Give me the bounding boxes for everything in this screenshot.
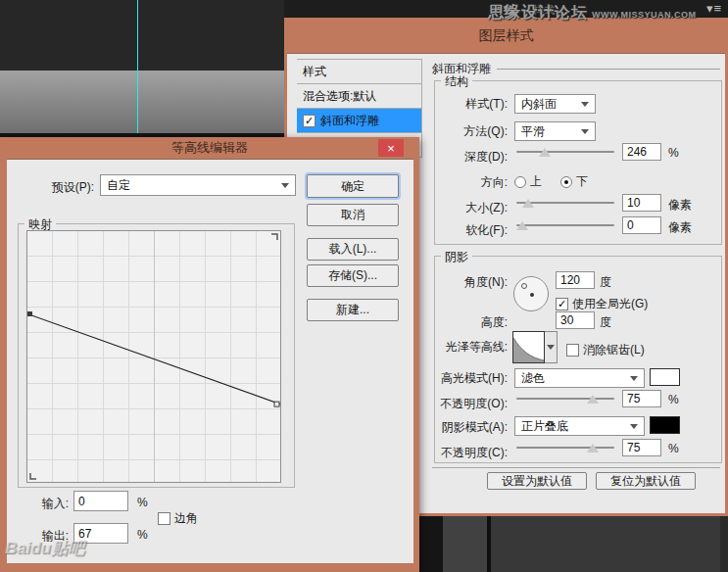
anti-alias-label: 消除锯齿(L) xyxy=(583,342,645,358)
bevel-emboss-checkbox[interactable]: ✓ xyxy=(303,115,315,127)
direction-down-radio[interactable]: 下 xyxy=(560,173,588,190)
checkbox-icon xyxy=(566,344,579,357)
chevron-down-icon xyxy=(630,424,638,429)
highlight-opacity-input[interactable] xyxy=(622,390,661,407)
document-canvas xyxy=(0,0,284,137)
shadow-opacity-unit: % xyxy=(668,442,679,455)
output-unit: % xyxy=(137,528,148,542)
ok-button[interactable]: 确定 xyxy=(307,174,399,198)
input-label: 输入: xyxy=(10,496,69,512)
global-light-checkbox[interactable]: ✓ 使用全局光(G) xyxy=(556,296,648,312)
soften-input[interactable] xyxy=(622,216,661,234)
footer-divider xyxy=(432,467,720,468)
corner-checkbox[interactable]: 边角 xyxy=(158,510,198,527)
style-list-item-styles[interactable]: 样式 xyxy=(297,60,421,84)
direction-up-radio[interactable]: 上 xyxy=(514,173,542,190)
slider-thumb[interactable] xyxy=(539,148,551,157)
new-button[interactable]: 新建... xyxy=(307,299,399,321)
slider-thumb[interactable] xyxy=(522,199,534,208)
slider-thumb[interactable] xyxy=(587,395,599,404)
direction-up-label: 上 xyxy=(530,173,542,190)
angle-unit: 度 xyxy=(600,274,611,291)
highlight-color-swatch[interactable] xyxy=(650,368,680,386)
save-button[interactable]: 存储(S)... xyxy=(307,264,399,287)
chevron-down-icon xyxy=(281,183,289,188)
cancel-button[interactable]: 取消 xyxy=(307,204,399,226)
structure-legend: 结构 xyxy=(441,73,472,90)
global-light-label: 使用全局光(G) xyxy=(572,296,648,312)
panel-divider xyxy=(443,516,487,572)
bevel-emboss-section-header: 斜面和浮雕 xyxy=(432,61,720,77)
style-list-item-blending-options[interactable]: 混合选项:默认 xyxy=(297,84,421,109)
preset-value: 自定 xyxy=(107,177,281,194)
altitude-input[interactable] xyxy=(556,311,595,329)
radio-icon xyxy=(514,176,526,188)
chevron-down-icon xyxy=(547,345,555,350)
depth-input[interactable] xyxy=(622,143,661,161)
input-field[interactable] xyxy=(73,491,128,511)
angle-dial[interactable] xyxy=(513,276,549,311)
corner-label: 边角 xyxy=(174,510,198,527)
altitude-unit: 度 xyxy=(600,314,611,331)
panel-divider xyxy=(419,516,443,572)
highlight-mode-value: 滤色 xyxy=(521,370,630,387)
list-item-label: 斜面和浮雕 xyxy=(320,113,379,129)
cyan-guide-line xyxy=(137,0,138,133)
highlight-mode-dropdown[interactable]: 滤色 xyxy=(514,368,645,388)
set-default-button[interactable]: 设置为默认值 xyxy=(487,472,587,490)
depth-slider[interactable] xyxy=(516,146,614,158)
angle-marker-icon xyxy=(521,283,527,289)
forum-watermark: 思缘设计论坛 WWW.MISSYUAN.COM xyxy=(488,3,697,24)
technique-dropdown-value: 平滑 xyxy=(521,123,581,140)
style-dropdown-value: 内斜面 xyxy=(521,96,581,113)
anti-alias-checkbox[interactable]: 消除锯齿(L) xyxy=(566,342,645,358)
shadow-color-swatch[interactable] xyxy=(650,416,680,434)
size-slider[interactable] xyxy=(516,197,614,209)
technique-dropdown[interactable]: 平滑 xyxy=(514,121,596,141)
depth-unit: % xyxy=(668,146,679,160)
shadow-mode-value: 正片叠底 xyxy=(521,418,630,435)
angle-input[interactable] xyxy=(556,271,595,289)
gloss-contour-picker[interactable] xyxy=(512,331,558,363)
workspace-background xyxy=(419,516,728,572)
canvas-gradient-band xyxy=(0,71,284,133)
contour-mapping-grid[interactable] xyxy=(26,230,281,483)
checkmark-icon: ✓ xyxy=(305,116,314,126)
angle-center-dot xyxy=(530,293,534,297)
chevron-down-icon xyxy=(581,102,589,107)
gloss-contour-dropdown-button[interactable] xyxy=(545,331,558,363)
shadow-mode-dropdown[interactable]: 正片叠底 xyxy=(514,416,645,436)
gloss-contour-thumbnail[interactable] xyxy=(512,331,545,363)
shadow-opacity-input[interactable] xyxy=(622,439,661,456)
style-dropdown[interactable]: 内斜面 xyxy=(514,94,596,114)
radio-selected-icon xyxy=(560,176,572,188)
preset-label: 预设(P): xyxy=(10,179,94,196)
checkmark-icon: ✓ xyxy=(558,299,566,310)
panel-menu-icon[interactable]: ▾≡ xyxy=(706,1,722,16)
slider-thumb[interactable] xyxy=(587,444,599,453)
contour-curve-svg xyxy=(27,231,280,482)
preset-dropdown[interactable]: 自定 xyxy=(100,174,296,196)
soften-unit: 像素 xyxy=(668,219,692,236)
checkbox-icon xyxy=(158,512,170,525)
contour-editor-dialog: 等高线编辑器 × 预设(P): 自定 确定 取消 载入(L)... 存储(S).… xyxy=(0,137,419,572)
highlight-opacity-unit: % xyxy=(668,393,679,406)
shadow-opacity-slider[interactable] xyxy=(516,442,614,453)
chevron-down-icon xyxy=(630,376,638,381)
size-input[interactable] xyxy=(622,194,661,212)
load-button[interactable]: 载入(L)... xyxy=(307,238,399,261)
panel-divider xyxy=(487,516,491,572)
slider-thumb[interactable] xyxy=(516,221,528,230)
style-list-item-bevel-emboss[interactable]: ✓ 斜面和浮雕 xyxy=(297,109,421,133)
close-button[interactable]: × xyxy=(378,139,404,157)
contour-editor-titlebar[interactable]: 等高线编辑器 xyxy=(0,137,419,159)
forum-watermark-url: WWW.MISSYUAN.COM xyxy=(592,10,697,20)
highlight-opacity-slider[interactable] xyxy=(516,393,614,405)
list-item-label: 样式 xyxy=(303,64,326,80)
reset-default-button[interactable]: 复位为默认值 xyxy=(596,472,696,490)
soften-slider[interactable] xyxy=(516,219,614,231)
baidu-watermark: Baidu贴吧 xyxy=(5,537,84,559)
panel-divider xyxy=(720,516,728,572)
direction-down-label: 下 xyxy=(576,173,588,190)
forum-watermark-text: 思缘设计论坛 xyxy=(488,3,588,24)
